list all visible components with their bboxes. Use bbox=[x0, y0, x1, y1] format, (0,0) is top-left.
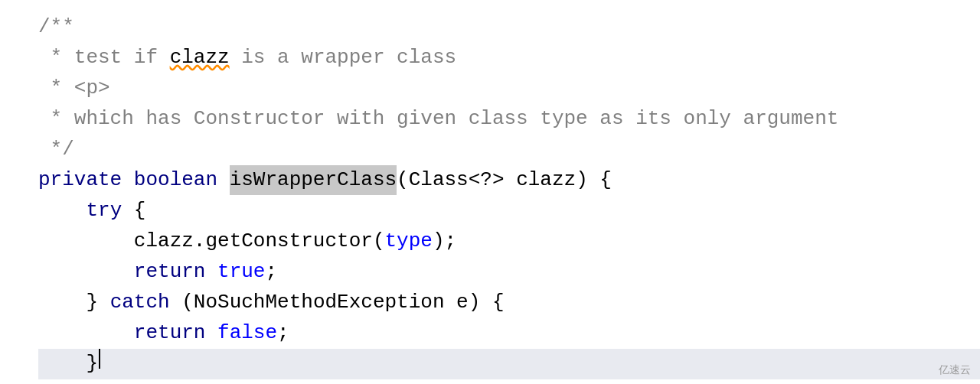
keyword-return-1: return bbox=[134, 257, 217, 287]
closing-brace: } bbox=[38, 379, 51, 384]
catch-var: e) { bbox=[445, 288, 505, 317]
comment-line-2b: is a bbox=[230, 43, 302, 73]
code-line-6: private boolean isWrapperClass(Class<?> … bbox=[38, 165, 980, 196]
watermark: 亿速云 bbox=[939, 362, 971, 378]
indent-11 bbox=[38, 318, 134, 348]
code-line-11: return false; bbox=[38, 318, 980, 349]
code-line-2: * test if clazz is a wrapper class bbox=[38, 43, 980, 73]
semicolon-9: ; bbox=[265, 257, 277, 287]
dot-get: .getConstructor( bbox=[194, 226, 385, 256]
comment-close: */ bbox=[38, 135, 74, 164]
class-type: Class<?> bbox=[409, 165, 516, 195]
code-line-5: */ bbox=[38, 135, 980, 165]
comment-line-3: * <p> bbox=[38, 73, 110, 103]
clazz-var: clazz bbox=[134, 226, 194, 256]
code-line-12: } bbox=[38, 349, 980, 379]
clazz-ref: clazz bbox=[170, 43, 230, 73]
value-true: true bbox=[217, 257, 265, 287]
param-clazz: clazz bbox=[516, 165, 576, 195]
code-line-4: * which has Constructor with given class… bbox=[38, 104, 980, 135]
method-paren-close: ) { bbox=[576, 165, 612, 195]
comment-open: /** bbox=[38, 12, 74, 42]
code-editor: /** * test if clazz is a wrapper class *… bbox=[0, 0, 980, 384]
code-line-8: clazz.getConstructor(type); bbox=[38, 226, 980, 257]
comment-line-4: * which has Constructor with given class… bbox=[38, 104, 838, 134]
indent-8 bbox=[38, 226, 134, 256]
code-line-1: /** bbox=[38, 12, 980, 43]
code-line-10: } catch (NoSuchMethodException e) { bbox=[38, 288, 980, 318]
semicolon-8: ); bbox=[433, 226, 456, 256]
semicolon-11: ; bbox=[277, 318, 289, 348]
keyword-boolean: boolean bbox=[134, 165, 230, 195]
method-name-highlight: isWrapperClass bbox=[230, 165, 397, 195]
code-line-3: * <p> bbox=[38, 73, 980, 104]
keyword-catch: catch bbox=[110, 288, 182, 317]
try-brace: { bbox=[122, 196, 145, 226]
keyword-try: try bbox=[86, 196, 122, 226]
wrapper-word: wrapper bbox=[301, 43, 384, 73]
indent-10: } bbox=[38, 288, 110, 317]
catch-paren-open: ( bbox=[181, 288, 194, 317]
text-cursor bbox=[99, 349, 100, 369]
try-indent bbox=[38, 196, 86, 226]
keyword-return-2: return bbox=[134, 318, 217, 348]
keyword-private: private bbox=[38, 165, 134, 195]
comment-line-2c: class bbox=[385, 43, 457, 73]
type-param: type bbox=[384, 226, 432, 256]
code-line-9: return true; bbox=[38, 257, 980, 288]
comment-line-2: * test if bbox=[38, 43, 170, 73]
code-line-13: } bbox=[38, 379, 980, 384]
method-paren-open: ( bbox=[397, 165, 409, 195]
indent-9 bbox=[38, 257, 134, 287]
indent-12: } bbox=[38, 349, 98, 379]
exception-class: NoSuchMethodException bbox=[194, 288, 445, 317]
value-false: false bbox=[217, 318, 277, 348]
code-line-7: try { bbox=[38, 196, 980, 226]
